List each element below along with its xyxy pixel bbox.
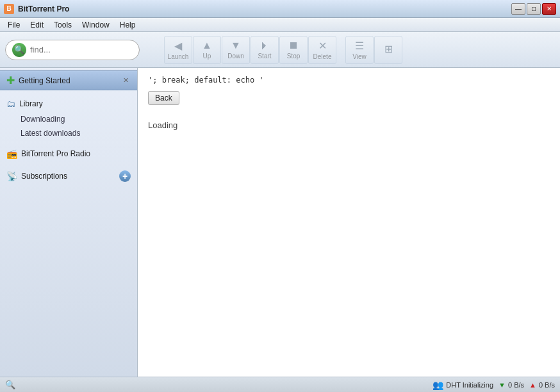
up-arrow-icon: ▲ xyxy=(529,381,536,389)
delete-label: Delete xyxy=(313,53,332,60)
add-subscription-button[interactable]: + xyxy=(119,170,131,182)
radio-label: BitTorrent Pro Radio xyxy=(21,149,90,158)
download-speed: ▼ 0 B/s xyxy=(498,381,524,389)
up-label: Up xyxy=(203,53,211,60)
start-label: Start xyxy=(258,53,271,60)
down-label: Down xyxy=(227,53,244,60)
search-icon: 🔍 xyxy=(12,43,26,57)
delete-button[interactable]: ✕ Delete xyxy=(308,36,336,64)
search-input[interactable] xyxy=(30,45,133,54)
library-section: 🗂 Library Downloading Latest downloads xyxy=(0,93,137,143)
up-speed-value: 0 B/s xyxy=(539,381,555,389)
subscriptions-icon: 📡 xyxy=(6,171,17,181)
menu-window[interactable]: Window xyxy=(77,19,115,31)
stop-button[interactable]: ⏹ Stop xyxy=(279,36,308,64)
minimize-button[interactable]: — xyxy=(511,3,525,15)
menu-help[interactable]: Help xyxy=(115,19,141,31)
down-speed-value: 0 B/s xyxy=(508,381,524,389)
stop-label: Stop xyxy=(287,53,301,60)
back-button[interactable]: Back xyxy=(148,91,179,105)
menu-file[interactable]: File xyxy=(3,19,25,31)
content-area[interactable]: '; break; default: echo ' Back Loading xyxy=(138,68,560,377)
up-icon: ▲ xyxy=(202,40,212,51)
nav-button-group: ◀ Launch ▲ Up ▼ Down ⏵ Start ⏹ Stop ✕ De… xyxy=(164,36,336,64)
window-controls: — □ ✕ xyxy=(511,3,556,15)
dht-label: DHT Initializing xyxy=(446,381,493,389)
toolbar: 🔍 ◀ Launch ▲ Up ▼ Down ⏵ Start ⏹ Stop xyxy=(0,32,560,68)
getting-started-icon: ✚ xyxy=(6,74,15,86)
getting-started-label: Getting Started xyxy=(19,76,70,85)
up-button[interactable]: ▲ Up xyxy=(193,36,221,64)
launch-label: Launch xyxy=(168,53,189,60)
close-button[interactable]: ✕ xyxy=(542,3,556,15)
app-title: BitTorrent Pro xyxy=(18,4,69,13)
dht-status: 👥 DHT Initializing xyxy=(432,380,493,390)
sidebar-item-getting-started[interactable]: ✚ Getting Started ✕ xyxy=(0,70,137,90)
delete-icon: ✕ xyxy=(318,40,327,52)
down-arrow-icon: ▼ xyxy=(498,381,506,389)
content-inner: '; break; default: echo ' Back Loading xyxy=(138,68,560,138)
code-text: '; break; default: echo ' xyxy=(148,76,550,85)
library-icon: 🗂 xyxy=(6,99,15,109)
toolbar-buttons: ◀ Launch ▲ Up ▼ Down ⏵ Start ⏹ Stop ✕ De… xyxy=(164,36,402,64)
menu-tools[interactable]: Tools xyxy=(49,19,77,31)
main-layout: ✚ Getting Started ✕ 🗂 Library Downloadin… xyxy=(0,68,560,377)
view-button-group: ☰ View ⊞ xyxy=(345,36,402,64)
title-bar: B BitTorrent Pro — □ ✕ xyxy=(0,0,560,18)
sidebar-item-library[interactable]: 🗂 Library xyxy=(0,95,137,112)
menu-edit[interactable]: Edit xyxy=(25,19,49,31)
menu-bar: File Edit Tools Window Help xyxy=(0,18,560,32)
status-bar: 🔍 👥 DHT Initializing ▼ 0 B/s ▲ 0 B/s xyxy=(0,377,560,392)
search-box: 🔍 xyxy=(5,40,140,60)
loading-text: Loading xyxy=(148,120,550,130)
launch-button[interactable]: ◀ Launch xyxy=(164,36,192,64)
radio-section: 📻 BitTorrent Pro Radio xyxy=(0,143,137,165)
radio-icon: 📻 xyxy=(6,149,17,159)
launch-icon: ◀ xyxy=(174,40,182,52)
down-icon: ▼ xyxy=(231,40,241,51)
downloading-label: Downloading xyxy=(21,115,65,124)
title-left: B BitTorrent Pro xyxy=(4,4,69,14)
list-view-icon: ☰ xyxy=(355,40,364,52)
grid-view-icon: ⊞ xyxy=(384,43,393,55)
sidebar-item-radio[interactable]: 📻 BitTorrent Pro Radio xyxy=(0,145,137,162)
start-icon: ⏵ xyxy=(259,40,270,51)
getting-started-section: ✚ Getting Started ✕ xyxy=(0,68,137,93)
getting-started-close[interactable]: ✕ xyxy=(120,76,131,86)
subscriptions-section: 📡 Subscriptions + xyxy=(0,165,137,188)
start-button[interactable]: ⏵ Start xyxy=(251,36,279,64)
down-button[interactable]: ▼ Down xyxy=(222,36,250,64)
magnifier-icon: 🔍 xyxy=(5,380,15,389)
sidebar-item-subscriptions[interactable]: 📡 Subscriptions + xyxy=(0,167,137,185)
view2-button[interactable]: ⊞ xyxy=(374,36,402,64)
view1-label: View xyxy=(352,53,366,60)
subscriptions-label: Subscriptions xyxy=(21,172,67,181)
latest-downloads-label: Latest downloads xyxy=(21,129,80,138)
maximize-button[interactable]: □ xyxy=(527,3,541,15)
sidebar-item-downloading[interactable]: Downloading xyxy=(0,112,137,126)
dht-icon: 👥 xyxy=(432,380,443,390)
sidebar-item-latest-downloads[interactable]: Latest downloads xyxy=(0,126,137,140)
sidebar: ✚ Getting Started ✕ 🗂 Library Downloadin… xyxy=(0,68,138,377)
app-icon: B xyxy=(4,4,14,14)
stop-icon: ⏹ xyxy=(288,40,299,51)
upload-speed: ▲ 0 B/s xyxy=(529,381,555,389)
library-label: Library xyxy=(19,99,43,108)
view1-button[interactable]: ☰ View xyxy=(345,36,374,64)
